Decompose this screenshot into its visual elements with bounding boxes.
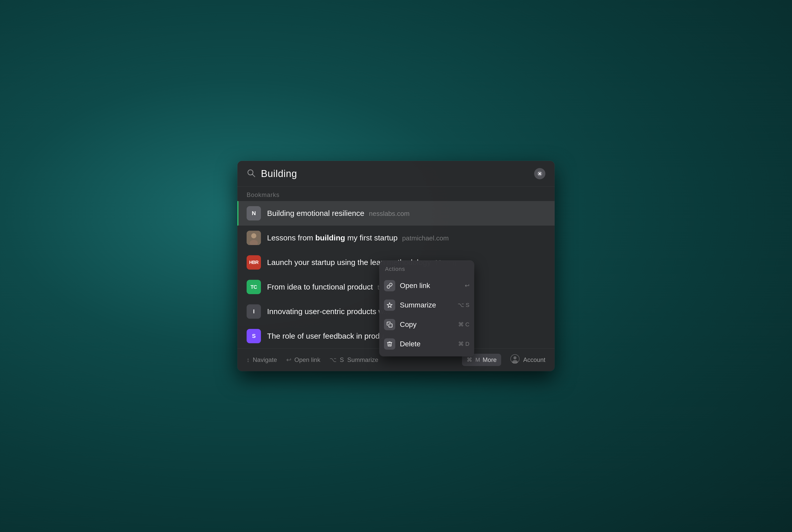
result-domain: nesslabs.com [369,210,410,218]
svg-point-11 [512,360,518,363]
copy-shortcut: ⌘ C [458,321,469,328]
open-link-shortcut: ↩ [465,282,469,289]
result-title: Lessons from building my first startup [267,233,398,242]
favicon: TC [247,280,261,294]
summarize-hint-icon: ⌥ [329,356,337,363]
open-link-icon [384,280,395,291]
context-menu-summarize[interactable]: Summarize ⌥ S [379,296,474,315]
account-button[interactable]: Account [510,354,545,366]
search-input[interactable]: Building [261,168,529,179]
summarize-shortcut: ⌥ S [458,302,469,308]
copy-icon [384,319,395,330]
open-link-hint-label: Open link [295,356,320,363]
search-bar: Building [238,161,554,187]
navigate-label: Navigate [253,356,277,363]
delete-icon [384,338,395,350]
more-label: More [483,356,497,363]
summarize-hint: ⌥ S Summarize [329,356,378,363]
result-title: The role of user feedback in produ... [267,332,390,340]
result-item[interactable]: N Building emotional resilience nesslabs… [238,201,554,226]
context-menu-copy[interactable]: Copy ⌘ C [379,315,474,334]
result-title: Innovating user-centric products w... [267,307,390,316]
bookmarks-section-label: Bookmarks [238,187,554,201]
account-icon [510,354,520,366]
favicon: S [247,329,261,343]
open-link-hint: ↩ Open link [286,356,320,363]
copy-label: Copy [400,321,454,329]
favicon: HBR [247,255,261,270]
search-icon [247,169,256,179]
svg-line-1 [252,174,255,177]
more-shortcut: ⌘ M [467,357,480,363]
result-text: Building emotional resilience nesslabs.c… [267,209,545,218]
delete-label: Delete [400,340,454,348]
favicon [247,231,261,245]
result-domain: patmichael.com [402,234,449,242]
context-menu: Actions Open link ↩ Summarize [379,261,474,356]
result-item[interactable]: Lessons from building my first startup p… [238,226,554,250]
favicon: N [247,206,261,221]
context-menu-open-link[interactable]: Open link ↩ [379,276,474,296]
delete-shortcut: ⌘ D [458,341,469,347]
account-label: Account [523,356,545,363]
svg-point-10 [513,356,516,359]
result-title: Building emotional resilience [267,209,364,218]
open-link-hint-icon: ↩ [286,356,291,363]
navigate-icon: ↕ [247,356,250,363]
result-title: From idea to functional product [267,283,373,291]
summarize-icon [384,300,395,311]
svg-rect-8 [389,324,392,327]
svg-point-6 [251,233,256,239]
spotlight-window: Building Bookmarks N Building emotional … [238,161,554,371]
navigate-hint: ↕ Navigate [247,356,277,363]
open-link-label: Open link [400,282,460,290]
summarize-hint-label: S Summarize [340,356,378,363]
result-text: Lessons from building my first startup p… [267,233,545,242]
context-menu-delete[interactable]: Delete ⌘ D [379,334,474,354]
summarize-label: Summarize [400,301,453,309]
favicon: I [247,304,261,319]
context-menu-title: Actions [379,263,474,276]
clear-button[interactable] [534,168,545,179]
